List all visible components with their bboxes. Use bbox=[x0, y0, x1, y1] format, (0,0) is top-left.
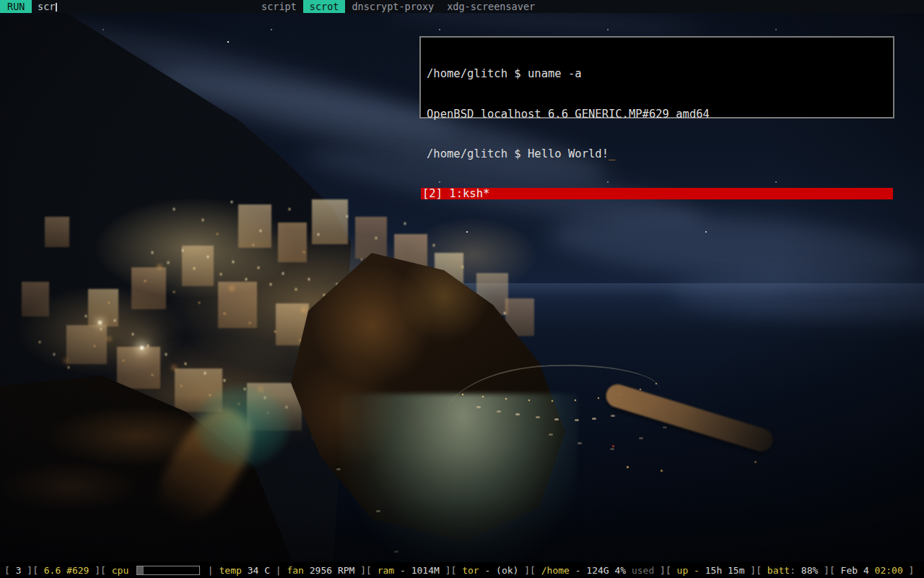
workspace-number: 3 bbox=[16, 565, 22, 576]
dmenu-bar: RUN scr script scrot dnscrypt-proxy xdg-… bbox=[0, 0, 924, 13]
dmenu-item-xdg-screensaver[interactable]: xdg-screensaver bbox=[440, 0, 541, 13]
temp-value: 34 C bbox=[248, 565, 270, 576]
dmenu-input-value: scr bbox=[38, 1, 55, 12]
separator: : bbox=[790, 565, 801, 576]
separator: ][ bbox=[745, 565, 767, 576]
text-cursor bbox=[56, 3, 57, 12]
terminal-line-text: /home/glitch $ Hello World! bbox=[427, 147, 609, 160]
temp-label: temp bbox=[219, 565, 248, 576]
separator: ][ bbox=[518, 565, 541, 576]
separator: | bbox=[270, 565, 287, 576]
separator: ][ bbox=[654, 565, 676, 576]
disk-used-label: used bbox=[632, 565, 654, 576]
separator: ][ bbox=[354, 565, 377, 576]
separator: ] bbox=[903, 565, 915, 576]
dmenu-item-dnscrypt-proxy[interactable]: dnscrypt-proxy bbox=[345, 0, 440, 13]
disk-label: /home bbox=[541, 565, 570, 576]
separator: ][ bbox=[21, 565, 43, 576]
terminal-window[interactable]: /home/glitch $ uname -a OpenBSD localhos… bbox=[419, 36, 894, 118]
ram-value: - 1014M bbox=[394, 565, 440, 576]
battery-label: batt bbox=[767, 565, 790, 576]
status-bar: [ 3 ][ 6.6 #629 ][ cpu | temp 34 C | fan… bbox=[0, 562, 924, 578]
dmenu-prompt: RUN bbox=[0, 0, 32, 13]
terminal-cursor: _ bbox=[609, 147, 615, 160]
cpu-meter-fill bbox=[137, 566, 144, 574]
dmenu-input[interactable]: scr bbox=[38, 0, 57, 13]
terminal-line: /home/glitch $ uname -a bbox=[427, 67, 893, 81]
tor-value: - (ok) bbox=[479, 565, 519, 576]
fan-value: 2956 RPM bbox=[310, 565, 355, 576]
battery-value: 88% bbox=[801, 565, 818, 576]
separator: ][ bbox=[440, 565, 462, 576]
desktop: RUN scr script scrot dnscrypt-proxy xdg-… bbox=[0, 0, 924, 578]
fan-label: fan bbox=[287, 565, 309, 576]
terminal-line: /home/glitch $ Hello World!_ bbox=[427, 147, 893, 161]
separator: [ bbox=[4, 565, 16, 576]
dmenu-item-script[interactable]: script bbox=[255, 0, 303, 13]
uptime-label: up - bbox=[677, 565, 699, 576]
terminal-output: /home/glitch $ uname -a OpenBSD localhos… bbox=[421, 38, 893, 188]
separator: | bbox=[202, 565, 219, 576]
tor-label: tor bbox=[462, 565, 479, 576]
tmux-statusbar: [2] 1:ksh* bbox=[421, 188, 893, 199]
time-value: 02:00 bbox=[875, 565, 903, 576]
uptime-value: 15h 15m bbox=[699, 565, 745, 576]
dmenu-matches: script scrot dnscrypt-proxy xdg-screensa… bbox=[255, 0, 541, 13]
date-value: Feb 4 bbox=[841, 565, 875, 576]
cpu-meter bbox=[136, 566, 200, 575]
cpu-label: cpu bbox=[112, 565, 134, 576]
dmenu-item-scrot-selected[interactable]: scrot bbox=[303, 0, 346, 13]
ram-label: ram bbox=[378, 565, 394, 576]
os-version: 6.6 #629 bbox=[44, 565, 90, 576]
separator: ][ bbox=[818, 565, 840, 576]
disk-value: - 124G 4% bbox=[570, 565, 632, 576]
terminal-line: OpenBSD localhost 6.6 GENERIC.MP#629 amd… bbox=[427, 108, 893, 121]
separator: ][ bbox=[89, 565, 111, 576]
